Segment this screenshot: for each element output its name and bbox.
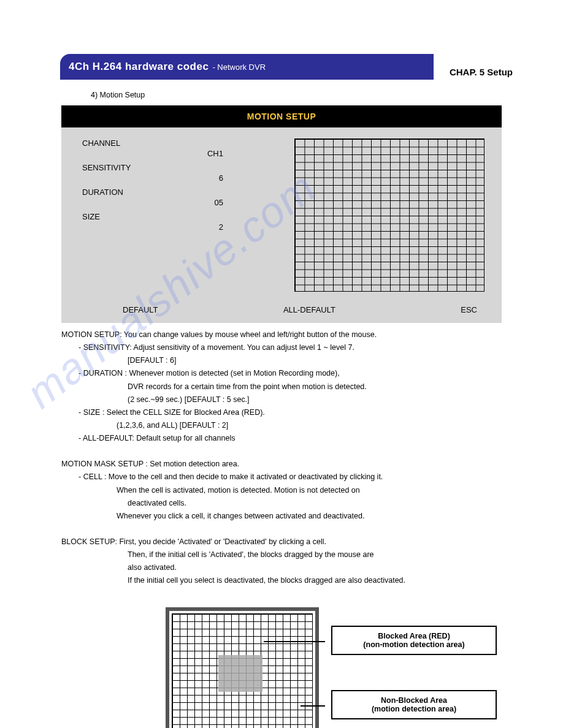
header-blue-strip: 4Ch H.264 hardware codec - Network DVR: [60, 54, 435, 80]
panel-title: MOTION SETUP: [61, 105, 502, 127]
desc-cell3: deactivated cells.: [61, 498, 520, 509]
desc-block-head: BLOCK SETUP: First, you decide 'Activate…: [61, 536, 520, 547]
panel-buttons-row: DEFAULT ALL-DEFAULT ESC: [61, 298, 502, 314]
diagram-container: Blocked Area (RED) (non-motion detection…: [0, 607, 563, 729]
motion-detection-grid[interactable]: [294, 138, 484, 292]
chapter-label: CHAP. 5 Setup: [450, 67, 513, 77]
callout-blocked-title: Blocked Area (RED): [343, 632, 484, 640]
diagram-grid: [166, 607, 319, 729]
desc-block3: also activated.: [61, 562, 520, 573]
header-title-sub: - Network DVR: [212, 63, 266, 72]
callout-nonblocked: Non-Blocked Area (motion detection area): [331, 690, 497, 719]
settings-column: CHANNEL CH1 SENSITIVITY 6 DURATION 05 SI…: [82, 138, 266, 298]
desc-duration: - DURATION : Whenever motion is detected…: [61, 368, 520, 379]
desc-cell: - CELL : Move to the cell and then decid…: [61, 471, 520, 482]
callout-nonblocked-sub: (motion detection area): [343, 705, 484, 713]
value-size[interactable]: 2: [82, 222, 223, 232]
callout-blocked-sub: (non-motion detection area): [343, 640, 484, 649]
chapter-tab: CHAP. 5 Setup: [434, 54, 529, 80]
label-sensitivity: SENSITIVITY: [82, 163, 266, 172]
desc-all-default: - ALL-DEFAULT: Default setup for all cha…: [61, 433, 520, 444]
value-duration[interactable]: 05: [82, 198, 223, 207]
desc-sensitivity-default: [DEFAULT : 6]: [61, 355, 520, 366]
motion-grid-column: [294, 138, 484, 298]
desc-size: - SIZE : Select the CELL SIZE for Blocke…: [61, 407, 520, 418]
desc-mask-head: MOTION MASK SETUP : Set motion detection…: [61, 458, 520, 469]
esc-button[interactable]: ESC: [461, 305, 477, 314]
blocked-area-highlight: [218, 655, 262, 692]
desc-cell4: Whenever you click a cell, it changes be…: [61, 510, 520, 521]
value-sensitivity[interactable]: 6: [82, 173, 223, 183]
label-channel: CHANNEL: [82, 138, 266, 148]
connector-line-1: [264, 641, 325, 642]
desc-duration-default: (2 sec.~99 sec.) [DEFAULT : 5 sec.]: [61, 394, 520, 405]
connector-line-2: [301, 705, 325, 707]
label-duration: DURATION: [82, 188, 266, 197]
value-channel[interactable]: CH1: [82, 149, 223, 158]
header-bar: 4Ch H.264 hardware codec - Network DVR C…: [60, 54, 529, 80]
desc-cell2: When the cell is activated, motion is de…: [61, 485, 520, 496]
desc-size-default: (1,2,3,6, and ALL) [DEFAULT : 2]: [61, 420, 520, 431]
header-title-bold: 4Ch H.264 hardware codec: [69, 61, 209, 73]
description-block: MOTION SETUP: You can change values by m…: [61, 329, 520, 586]
desc-duration2: DVR records for a certain time from the …: [61, 381, 520, 392]
desc-motion-setup: MOTION SETUP: You can change values by m…: [61, 329, 520, 340]
callout-nonblocked-title: Non-Blocked Area: [343, 696, 484, 705]
default-button[interactable]: DEFAULT: [123, 305, 158, 314]
desc-sensitivity: - SENSITIVITY: Adjust sensitivity of a m…: [61, 342, 520, 353]
callout-blocked: Blocked Area (RED) (non-motion detection…: [331, 626, 497, 655]
all-default-button[interactable]: ALL-DEFAULT: [283, 305, 335, 314]
label-size: SIZE: [82, 212, 266, 221]
desc-block2: Then, if the initial cell is 'Activated'…: [61, 549, 520, 560]
desc-block4: If the initial cell you select is deacti…: [61, 575, 520, 586]
motion-setup-panel: MOTION SETUP CHANNEL CH1 SENSITIVITY 6 D…: [61, 105, 502, 323]
section-title: 4) Motion Setup: [91, 91, 563, 99]
